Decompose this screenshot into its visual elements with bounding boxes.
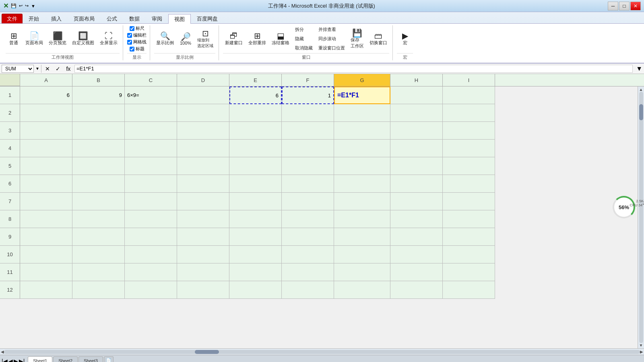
row-header-12[interactable]: 12 [0, 281, 20, 299]
cell-C9[interactable] [125, 228, 177, 246]
cell-D8[interactable] [177, 210, 229, 228]
hscroll-left-arrow[interactable]: ◀ [1, 350, 4, 354]
cell-C5[interactable] [125, 157, 177, 175]
cell-E10[interactable] [229, 246, 282, 263]
save-workspace-button[interactable]: 💾 保存工作区 [349, 28, 366, 50]
cell-H4[interactable] [390, 140, 443, 157]
cell-G3[interactable] [334, 122, 390, 140]
side-by-side-button[interactable]: 并排查看 [316, 25, 347, 34]
cell-D12[interactable] [177, 281, 229, 299]
cell-F7[interactable] [282, 193, 334, 210]
col-header-F[interactable]: F [282, 74, 334, 86]
hscroll-track[interactable] [4, 350, 640, 354]
tab-baidu[interactable]: 百度网盘 [191, 14, 224, 23]
cell-I7[interactable] [443, 193, 495, 210]
cell-F10[interactable] [282, 246, 334, 263]
cell-F2[interactable] [282, 104, 334, 122]
cell-H1[interactable] [390, 86, 443, 104]
cell-G6[interactable] [334, 175, 390, 193]
cell-A1[interactable]: 6 [20, 86, 72, 104]
cell-G5[interactable] [334, 157, 390, 175]
cell-A11[interactable] [20, 263, 72, 281]
col-header-A[interactable]: A [20, 74, 72, 86]
cell-E2[interactable] [229, 104, 282, 122]
cell-F5[interactable] [282, 157, 334, 175]
cell-A3[interactable] [20, 122, 72, 140]
macro-button[interactable]: ▶ 宏 [397, 31, 413, 47]
horizontal-scrollbar[interactable]: ◀ ▶ [0, 348, 644, 355]
formula-cancel-button[interactable]: ✕ [43, 64, 52, 73]
view-custom-button[interactable]: 🔲 自定义视图 [70, 31, 96, 47]
close-button[interactable]: ✕ [630, 2, 641, 10]
cell-H10[interactable] [390, 246, 443, 263]
cell-B2[interactable] [72, 104, 125, 122]
cell-B3[interactable] [72, 122, 125, 140]
qat-undo[interactable]: ↩ [19, 3, 23, 8]
cell-C4[interactable] [125, 140, 177, 157]
cell-I9[interactable] [443, 228, 495, 246]
cell-G9[interactable] [334, 228, 390, 246]
cell-F8[interactable] [282, 210, 334, 228]
col-header-D[interactable]: D [177, 74, 229, 86]
tab-home[interactable]: 开始 [23, 14, 45, 23]
cell-D7[interactable] [177, 193, 229, 210]
tab-view[interactable]: 视图 [168, 14, 191, 24]
row-header-4[interactable]: 4 [0, 140, 20, 157]
col-header-E[interactable]: E [229, 74, 282, 86]
reset-position-button[interactable]: 重设窗口位置 [316, 44, 347, 52]
cell-B6[interactable] [72, 175, 125, 193]
maximize-button[interactable]: □ [619, 2, 630, 10]
vscroll-up-arrow[interactable]: ▲ [639, 87, 643, 92]
cell-C10[interactable] [125, 246, 177, 263]
cell-B7[interactable] [72, 193, 125, 210]
vscroll-down-arrow[interactable]: ▼ [639, 343, 643, 348]
row-header-8[interactable]: 8 [0, 210, 20, 228]
cell-D11[interactable] [177, 263, 229, 281]
cell-D5[interactable] [177, 157, 229, 175]
cell-A2[interactable] [20, 104, 72, 122]
hscroll-right-arrow[interactable]: ▶ [640, 350, 643, 354]
tab-review[interactable]: 审阅 [146, 14, 168, 23]
col-header-C[interactable]: C [125, 74, 177, 86]
view-page-layout-button[interactable]: 📄 页面布局 [23, 31, 45, 47]
arrange-all-button[interactable]: ⊞ 全部重排 [246, 31, 268, 47]
formula-confirm-button[interactable]: ✓ [54, 64, 62, 73]
cell-H6[interactable] [390, 175, 443, 193]
cell-D10[interactable] [177, 246, 229, 263]
cell-C2[interactable] [125, 104, 177, 122]
cell-D9[interactable] [177, 228, 229, 246]
cell-A6[interactable] [20, 175, 72, 193]
cell-A4[interactable] [20, 140, 72, 157]
cell-G4[interactable] [334, 140, 390, 157]
cell-B10[interactable] [72, 246, 125, 263]
cell-A12[interactable] [20, 281, 72, 299]
cell-H3[interactable] [390, 122, 443, 140]
cell-A7[interactable] [20, 193, 72, 210]
cell-E7[interactable] [229, 193, 282, 210]
cell-H11[interactable] [390, 263, 443, 281]
tab-page-layout[interactable]: 页面布局 [68, 14, 101, 23]
name-box[interactable]: SUM [2, 65, 34, 73]
view-fullscreen-button[interactable]: ⛶ 全屏显示 [98, 31, 120, 47]
view-page-break-button[interactable]: ⬛ 分页预览 [47, 31, 68, 47]
row-header-11[interactable]: 11 [0, 263, 20, 281]
tab-data[interactable]: 数据 [123, 14, 146, 23]
cell-A5[interactable] [20, 157, 72, 175]
cell-C8[interactable] [125, 210, 177, 228]
cell-I11[interactable] [443, 263, 495, 281]
hide-button[interactable]: 隐藏 [293, 35, 315, 43]
cell-B11[interactable] [72, 263, 125, 281]
cell-D4[interactable] [177, 140, 229, 157]
sheet-tab-navigation[interactable]: |◀ ◀ ▶ ▶| [2, 358, 25, 362]
vscroll-thumb[interactable] [639, 104, 643, 120]
sheet-tab-sheet2[interactable]: Sheet2 [53, 356, 78, 362]
cell-D6[interactable] [177, 175, 229, 193]
row-header-7[interactable]: 7 [0, 193, 20, 210]
cell-D3[interactable] [177, 122, 229, 140]
cell-D1[interactable] [177, 86, 229, 104]
sheet-tab-sheet3[interactable]: Sheet3 [78, 356, 103, 362]
cell-C3[interactable] [125, 122, 177, 140]
cell-E6[interactable] [229, 175, 282, 193]
col-header-I[interactable]: I [443, 74, 495, 86]
col-header-G[interactable]: G [334, 74, 390, 86]
